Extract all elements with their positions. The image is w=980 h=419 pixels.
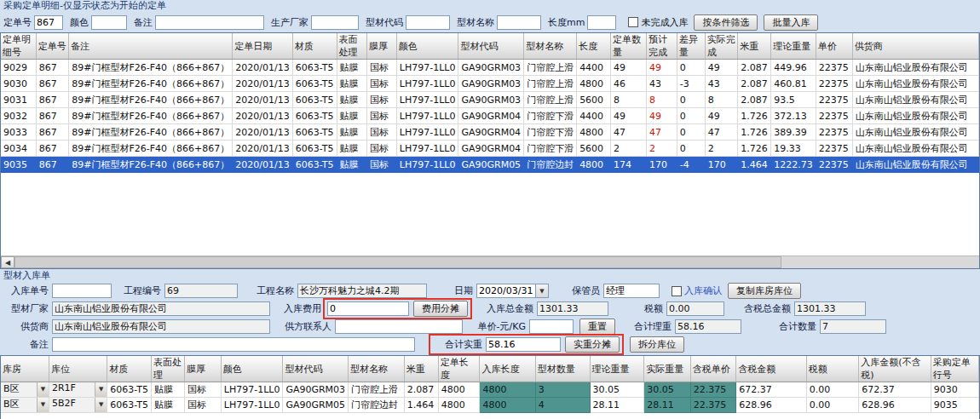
unfinished-checkbox[interactable] [628,17,638,27]
cell-meter-weight: 1.726 [738,108,771,124]
order-row[interactable]: 903186789#门框型材F26-F40（866+867）2020/01/13… [1,92,979,108]
cell-supplier: 山东南山铝业股份有限公司 [852,60,978,76]
cell-surface-treatment: 贴膜 [337,157,367,173]
cell-order-qty: 49 [610,60,646,76]
cell-difference-qty: 0 [677,108,705,124]
scrollbar-thumb[interactable] [14,256,781,268]
profile-name-input[interactable] [497,15,541,30]
cell-order-no: 867 [36,92,69,108]
keeper-input[interactable] [603,284,660,298]
cell-color: LH797-1LL0 [396,92,458,108]
order-row[interactable]: 903386789#门框型材F26-F40（866+867）2020/01/13… [1,124,979,141]
combo-dropdown-icon[interactable]: ▼ [37,382,49,397]
column-header-film-thickness: 膜厚 [367,33,397,60]
cell-material: 6063-T5 [292,108,337,124]
cell-amount-with-tax: 672.37 [736,382,807,398]
cell-unit-price-with-tax: 22.375 [690,398,735,413]
column-header-surface-treatment: 表面处理 [151,356,184,382]
combo-dropdown-icon[interactable]: ▼ [95,382,107,397]
cell-meter-weight: 2.087 [738,76,771,92]
cell-surface-treatment: 贴膜 [337,108,367,124]
cell-difference-qty: -3 [677,76,705,92]
cell-film-thickness: 国标 [367,124,397,141]
factory-value: 山东南山铝业股份有限公司 [52,301,270,316]
cell-color: LH797-1LL0 [396,157,458,173]
column-header-difference-qty: 差异量 [677,33,705,60]
cell-film-thickness: 国标 [367,92,397,108]
order-row[interactable]: 902986789#门框型材F26-F40（866+867）2020/01/13… [1,60,979,76]
cell-order-no: 867 [36,108,69,124]
cell-length: 4400 [577,60,611,76]
inbound-confirm-checkbox[interactable] [672,286,682,296]
tax-label: 税额 [634,302,663,315]
inbound-row[interactable]: B区▼2R1F▼6063-T5贴膜国标LH797-1LL0GA90GRM03门帘… [1,382,979,398]
remark2-input[interactable] [52,337,415,352]
order-row[interactable]: 903486789#门框型材F26-F40（866+867）2020/01/13… [1,141,979,157]
cell-actual-complete: 170 [705,157,738,173]
cell-meter-weight: 1.726 [738,124,771,141]
order-row[interactable]: 903086789#门框型材F26-F40（866+867）2020/01/13… [1,76,979,92]
cell-order-detail-no: 9029 [1,60,36,76]
split-location-button[interactable]: 拆分库位 [630,336,684,353]
profile-code-label: 型材代码 [366,16,403,29]
unit-price-input[interactable] [529,319,574,334]
copy-location-button[interactable]: 复制库房库位 [728,283,801,299]
cell-location[interactable]: 5B2F▼ [49,398,107,413]
cell-warehouse[interactable]: B区▼ [1,382,49,398]
cell-color: LH797-1LL0 [396,141,458,157]
supplier-contact-input[interactable] [335,319,463,334]
cell-actual-complete: 49 [705,60,738,76]
actual-weight-share-button[interactable]: 实重分摊 [565,336,620,353]
cell-location[interactable]: 2R1F▼ [49,382,107,398]
scroll-left-arrow-icon[interactable]: ◀ [1,256,14,268]
manufacturer-input[interactable] [311,15,359,30]
fee-input[interactable] [327,301,409,316]
cell-estimated-complete: 8 [646,92,677,108]
fee-share-button[interactable]: 费用分摊 [413,301,468,317]
order-row[interactable]: 903586789#门框型材F26-F40（866+867）2020/01/13… [1,157,979,173]
column-header-meter-weight: 米重 [404,356,438,382]
length-input[interactable] [587,15,616,30]
cell-length: 5600 [577,92,611,108]
profile-code-input[interactable] [406,15,450,30]
date-dropdown-icon[interactable]: ▼ [536,284,549,298]
column-header-purchase-order-line-no: 采购定单行号 [931,356,978,382]
order-no-input[interactable] [34,15,63,30]
batch-inbound-button[interactable]: 批量入库 [764,14,818,31]
cell-film-thickness: 国标 [185,398,222,413]
reset-button[interactable]: 重置 [579,319,615,335]
column-header-amount-with-tax: 含税金额 [736,356,807,382]
remark-input[interactable] [155,15,264,30]
cell-profile-name: 门帘腔下滑 [524,108,577,124]
cell-order-qty: 2 [610,141,646,157]
cell-warehouse[interactable]: B区▼ [1,398,49,413]
cell-tax: 0.00 [806,382,858,398]
total-amount-value: 1301.33 [537,301,608,316]
cell-profile-qty: 3 [535,382,590,398]
combo-dropdown-icon[interactable]: ▼ [95,398,107,412]
cell-theory-weight: 28.11 [590,398,644,413]
cell-actual-weight: 30.05 [644,382,691,398]
combo-dropdown-icon[interactable]: ▼ [37,398,49,412]
cell-order-no: 867 [36,124,69,141]
date-input[interactable] [476,284,536,298]
cell-length: 4800 [577,76,611,92]
cell-length: 4800 [577,157,611,173]
total-actual-weight-input[interactable] [486,337,561,352]
receipt-no-input[interactable] [52,284,112,298]
total-with-tax-value: 1301.33 [794,301,866,316]
cell-supplier: 山东南山铝业股份有限公司 [852,108,978,124]
cell-profile-code: GA90GRM03 [458,76,524,92]
total-count-value: 7 [820,319,886,334]
cell-profile-code: GA90GRM03 [458,92,524,108]
horizontal-scrollbar[interactable]: ◀ [1,255,979,268]
orders-grid: 定单明细号定单号备注定单日期材质表面处理膜厚颜色型材代码型材名称长度定单数量预计… [0,32,980,269]
color-input[interactable] [91,15,127,30]
cell-order-qty: 46 [610,76,646,92]
inbound-title: 型材入库单 [0,270,980,282]
inbound-row[interactable]: B区▼5B2F▼6063-T5贴膜国标LH797-1LL0GA90GRM05门帘… [1,398,979,413]
filter-by-condition-button[interactable]: 按条件筛选 [694,14,758,31]
column-header-unit-price: 单价 [816,33,852,60]
order-row[interactable]: 903286789#门框型材F26-F40（866+867）2020/01/13… [1,108,979,124]
cell-inbound-length: 4800 [480,398,535,413]
